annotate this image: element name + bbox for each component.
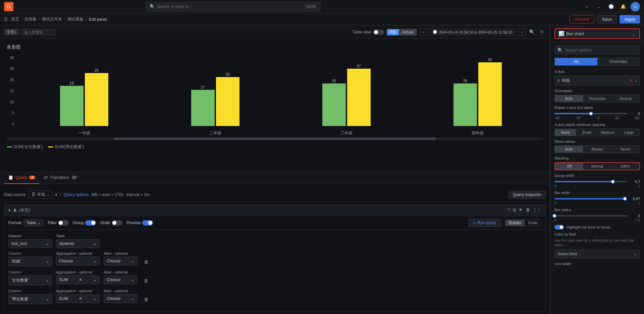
preview-switch[interactable] — [142, 220, 153, 226]
add-icon[interactable]: ＋ — [582, 2, 592, 11]
bar-green-4[interactable] — [453, 83, 477, 126]
tab-query[interactable]: 📋 Query 1 — [4, 172, 39, 184]
alias-select-r2[interactable]: Choose ⌄ — [104, 257, 137, 265]
breadcrumb-home[interactable]: 首页 — [11, 16, 19, 22]
x-axis-select[interactable]: A 班级 ✕ › — [554, 76, 640, 85]
run-query-button[interactable]: ▷ Run query — [468, 219, 501, 227]
show-values-auto-btn[interactable]: Auto — [555, 146, 583, 152]
global-search[interactable]: 🔍 ctrl+k — [146, 2, 320, 11]
spacing-none-btn[interactable]: None — [555, 129, 576, 136]
orientation-horizontal-btn[interactable]: Horizontal — [583, 95, 611, 102]
query-options-link[interactable]: Query options — [64, 192, 89, 197]
table-view-toggle[interactable]: Table view — [353, 29, 384, 35]
table-view-switch[interactable] — [373, 29, 384, 35]
table-select[interactable]: students ⌄ — [56, 239, 100, 248]
eye-icon[interactable]: 👁 — [519, 207, 523, 213]
bar-yellow-3[interactable] — [347, 69, 371, 126]
more-icon[interactable]: ⌄ — [594, 2, 604, 11]
order-switch[interactable] — [112, 220, 122, 226]
overrides-tab[interactable]: Overrides — [597, 58, 640, 65]
save-button[interactable]: Save — [597, 15, 617, 23]
alias-select-r4[interactable]: Choose ⌄ — [104, 294, 137, 303]
dataset-col: Dataset test_orm ⌄ — [8, 234, 52, 248]
select-field-button[interactable]: Select field ⌄ — [554, 250, 640, 258]
query-inspector-button[interactable]: Query inspector — [508, 191, 546, 199]
rotate-slider[interactable] — [554, 113, 627, 114]
group-switch[interactable] — [85, 220, 96, 226]
show-values-never-btn[interactable]: Never — [611, 146, 640, 152]
group-width-slider[interactable] — [554, 181, 627, 182]
bell-icon[interactable]: 🔔 — [619, 2, 628, 11]
breadcrumb-board[interactable]: 测试看板 — [67, 16, 84, 22]
breadcrumb-dashboard[interactable]: 仪表板 — [24, 16, 37, 22]
orientation-vertical-btn[interactable]: Vertical — [611, 95, 640, 102]
highlight-switch[interactable] — [554, 225, 564, 230]
discard-button[interactable]: Discard — [570, 15, 594, 23]
actual-button[interactable]: Actual — [399, 29, 417, 35]
bar-green-1[interactable] — [60, 86, 84, 126]
spacing-medium-btn[interactable]: Medium — [597, 129, 619, 136]
next-time-btn[interactable]: › — [518, 28, 526, 36]
trash-icon[interactable]: 🗑 — [526, 207, 530, 213]
drag-icon[interactable]: ⋮⋮ — [533, 207, 541, 213]
spacing-large-btn[interactable]: Large — [619, 129, 640, 136]
agg-select-r2[interactable]: Choose ⌄ — [56, 257, 100, 265]
info-icon[interactable]: ℹ — [55, 192, 57, 197]
options-search[interactable]: 🔍 — [554, 46, 640, 54]
code-tab[interactable]: Code — [525, 220, 541, 226]
refresh-btn[interactable]: ↻ — [538, 28, 546, 36]
stacking-100-btn[interactable]: 100% — [611, 163, 639, 170]
tab-transform[interactable]: ⇄ Transform 0 — [40, 172, 81, 184]
bar-yellow-2[interactable] — [216, 77, 239, 126]
delete-row3-btn[interactable]: 🗑 — [141, 276, 151, 286]
x-axis-clear-btn[interactable]: ✕ — [630, 78, 633, 83]
bar-width-slider[interactable] — [554, 198, 627, 199]
agg-select-r3[interactable]: SUM ✕ ⌄ — [56, 275, 100, 284]
bar-green-3[interactable] — [322, 83, 346, 126]
user-avatar[interactable]: U — [631, 2, 640, 11]
bar-green-2[interactable] — [191, 90, 215, 126]
delete-row4-btn[interactable]: 🗑 — [141, 295, 151, 304]
bar-radius-section: Bar radius 0 0 0.5 — [554, 208, 640, 222]
builder-tab[interactable]: Builder — [505, 220, 525, 226]
options-search-input[interactable] — [565, 48, 637, 53]
col1-select-r3[interactable]: '女生数量' ⌄ — [8, 275, 52, 285]
var-input[interactable] — [21, 29, 55, 35]
clock-icon[interactable]: 🕐 — [606, 2, 616, 11]
col1-select-r2[interactable]: '班级' ⌄ — [8, 257, 52, 266]
bar-radius-slider[interactable] — [554, 215, 627, 216]
search-input[interactable] — [157, 4, 304, 9]
time-range-selector[interactable]: 🕐 2024-03-14 23:58:10 to 2024-03-15 11:5… — [430, 29, 516, 35]
show-values-always-btn[interactable]: Always — [583, 146, 611, 152]
x-axis-expand[interactable]: › — [635, 78, 637, 83]
bar-yellow-1[interactable] — [85, 73, 108, 126]
delete-row2-btn[interactable]: 🗑 — [141, 257, 151, 267]
prev-time-btn[interactable]: ‹ — [420, 28, 427, 36]
apply-button[interactable]: Apply — [620, 15, 640, 23]
data-source-tag[interactable]: 🗄 本地 ⌄ — [29, 191, 53, 198]
filter-switch[interactable] — [58, 220, 69, 226]
all-tab[interactable]: All — [555, 58, 597, 65]
fill-button[interactable]: Fill — [387, 29, 399, 35]
stacking-off-btn[interactable]: Off — [555, 163, 583, 170]
agg-select-r4[interactable]: SUM ✕ ⌄ — [56, 294, 100, 303]
spacing-small-btn[interactable]: Small — [576, 129, 597, 136]
help-icon[interactable]: ? — [508, 207, 510, 213]
format-dropdown[interactable]: Table ⌄ — [23, 219, 44, 226]
stacking-normal-btn[interactable]: Normal — [583, 163, 611, 170]
collapse-icon[interactable]: ▾ — [8, 208, 11, 213]
dataset-select[interactable]: test_orm ⌄ — [8, 239, 52, 248]
alias-select-r3[interactable]: Choose ⌄ — [104, 275, 137, 284]
chart-type-selector[interactable]: 📊 Bar chart ⌄ — [554, 28, 640, 39]
zoom-out-btn[interactable]: 🔍 — [528, 28, 536, 36]
copy-icon[interactable]: ⧉ — [513, 207, 516, 213]
chart-scrollbar[interactable] — [7, 137, 543, 140]
agg-x-r3[interactable]: ✕ — [79, 277, 82, 282]
breadcrumb-folder[interactable]: 测试文件夹 — [42, 16, 62, 22]
agg-x-r4[interactable]: ✕ — [79, 296, 82, 301]
hamburger-icon[interactable]: ☰ — [4, 17, 8, 22]
bar-yellow-4[interactable] — [478, 62, 502, 126]
bar-group-2: 17 23 — [150, 72, 281, 126]
orientation-auto-btn[interactable]: Auto — [555, 95, 583, 102]
col1-select-r4[interactable]: '男生数量' ⌄ — [8, 294, 52, 304]
